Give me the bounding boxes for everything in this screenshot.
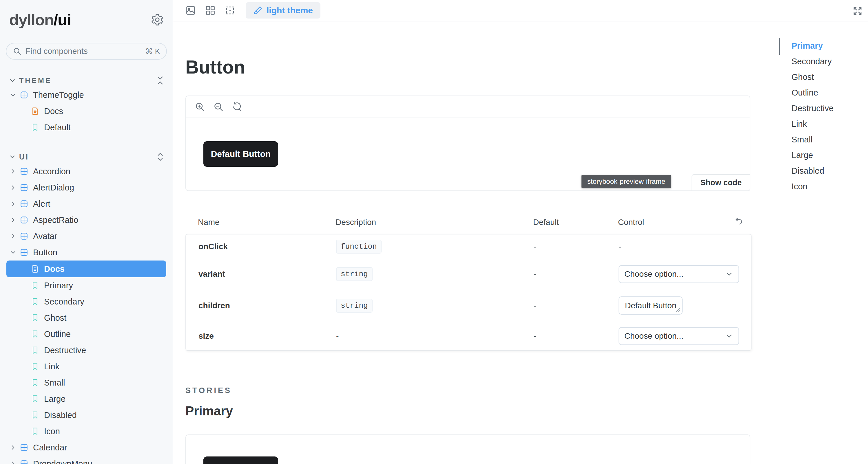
section-title: UI [19,153,29,161]
measure-outline-icon[interactable] [225,5,235,15]
prop-default: - [534,331,536,341]
sidebar-item-avatar[interactable]: Avatar [0,228,173,244]
sidebar-item-story-destructive[interactable]: Destructive [0,342,173,358]
chevron-right-icon [9,444,17,451]
table-row: variant string - Choose option... [186,259,751,290]
sidebar-item-story-link[interactable]: Link [0,358,173,374]
type-badge: string [336,267,373,281]
variant-select[interactable]: Choose option... [619,265,739,283]
sidebar-item-story-ghost[interactable]: Ghost [0,310,173,326]
sidebar-item-label: Small [44,378,65,388]
theme-toggle-button[interactable]: light theme [246,2,320,19]
sidebar-item-label: AlertDialog [33,183,74,193]
default-button-component[interactable]: Default Button [204,141,278,167]
main-area: light theme Button [173,0,868,464]
nav-item-large[interactable]: Large [779,147,868,163]
docs-icon [31,265,39,273]
chevron-right-icon [9,216,17,224]
component-icon [20,459,28,464]
props-table: onClick function - - variant string - Ch… [185,234,751,351]
primary-button-component[interactable]: Default Button [204,457,278,464]
sidebar-item-label: Icon [44,427,60,436]
sidebar-item-label: AspectRatio [33,216,78,225]
fullscreen-icon[interactable] [852,6,863,16]
prop-control: Default Button [619,301,739,310]
sidebar-item-story-small[interactable]: Small [0,374,173,391]
zoom-reset-icon[interactable] [232,102,242,112]
settings-gear-icon[interactable] [151,13,164,26]
nav-item-primary[interactable]: Primary [779,38,868,54]
chevron-right-icon [9,184,17,191]
size-select[interactable]: Choose option... [619,327,739,345]
search-box[interactable]: ⌘ K [6,43,167,60]
sidebar-item-label: Button [33,248,57,257]
component-icon [20,167,28,176]
chevron-down-icon [9,153,16,161]
nav-item-secondary[interactable]: Secondary [779,54,868,69]
sidebar-item-dropdownmenu[interactable]: DropdownMenu [0,456,173,464]
sidebar-item-themetoggle-default[interactable]: Default [0,119,173,135]
docs-content: Button Default Button Show code [173,56,868,464]
chevron-down-icon [725,332,733,340]
prop-name: onClick [198,242,228,251]
column-header-default: Default [533,218,559,227]
sidebar-item-calendar[interactable]: Calendar [0,439,173,456]
sidebar-item-alertdialog[interactable]: AlertDialog [0,179,173,196]
sidebar-section-theme[interactable]: THEME [0,74,173,87]
table-row: children string - Default Button [186,290,751,322]
sidebar-item-label: Destructive [44,345,86,355]
sidebar-item-button[interactable]: Button [0,244,173,261]
chevron-down-icon [9,91,17,99]
sidebar-section-ui[interactable]: UI [0,151,173,163]
nav-item-ghost[interactable]: Ghost [779,69,868,85]
expand-all-icon[interactable] [156,152,164,162]
prop-default: - [534,242,536,251]
nav-item-small[interactable]: Small [779,132,868,147]
show-code-button[interactable]: Show code [691,174,750,191]
sidebar-item-story-disabled[interactable]: Disabled [0,407,173,423]
chevron-right-icon [9,460,17,464]
docs-icon [31,107,39,115]
zoom-out-icon[interactable] [213,102,224,112]
component-icon [20,216,28,224]
zoom-in-icon[interactable] [195,102,205,112]
bookmark-icon [31,411,39,420]
nav-item-destructive[interactable]: Destructive [779,100,868,116]
component-icon [20,91,28,99]
grid-view-icon[interactable] [205,5,216,15]
textarea-value: Default Button [625,301,676,310]
prop-default: - [534,269,536,279]
collapse-all-icon[interactable] [156,75,164,86]
nav-item-link[interactable]: Link [779,116,868,132]
nav-item-outline[interactable]: Outline [779,85,868,100]
stories-section-label: STORIES [185,386,868,395]
sidebar-item-story-primary[interactable]: Primary [0,277,173,294]
chevron-down-icon [9,77,16,84]
sidebar-item-story-icon[interactable]: Icon [0,423,173,439]
search-shortcut: ⌘ K [145,47,160,56]
sidebar-item-label: Link [44,362,59,371]
reset-controls-icon[interactable] [734,217,743,227]
sidebar-item-label: Docs [44,106,63,116]
sidebar-item-themetoggle[interactable]: ThemeToggle [0,87,173,103]
app-logo[interactable]: dyllon/ui [9,11,71,29]
sidebar-item-alert[interactable]: Alert [0,196,173,212]
resize-handle-icon[interactable] [676,308,680,312]
sidebar-item-label: Outline [44,329,71,339]
search-input[interactable] [26,46,145,56]
sidebar-item-accordion[interactable]: Accordion [0,163,173,179]
background-image-icon[interactable] [185,5,196,15]
nav-item-disabled[interactable]: Disabled [779,163,868,178]
children-text-input[interactable]: Default Button [619,296,683,314]
sidebar-item-story-outline[interactable]: Outline [0,326,173,342]
sidebar-item-story-large[interactable]: Large [0,391,173,407]
chevron-down-icon [725,270,733,278]
sidebar-item-themetoggle-docs[interactable]: Docs [0,103,173,119]
prop-default: - [534,301,536,310]
type-badge: string [336,299,373,312]
sidebar-item-story-secondary[interactable]: Secondary [0,294,173,310]
sidebar-item-aspectratio[interactable]: AspectRatio [0,212,173,228]
bookmark-icon [31,378,39,387]
nav-item-icon[interactable]: Icon [779,178,868,194]
sidebar-item-button-docs-selected[interactable]: Docs [6,261,166,277]
